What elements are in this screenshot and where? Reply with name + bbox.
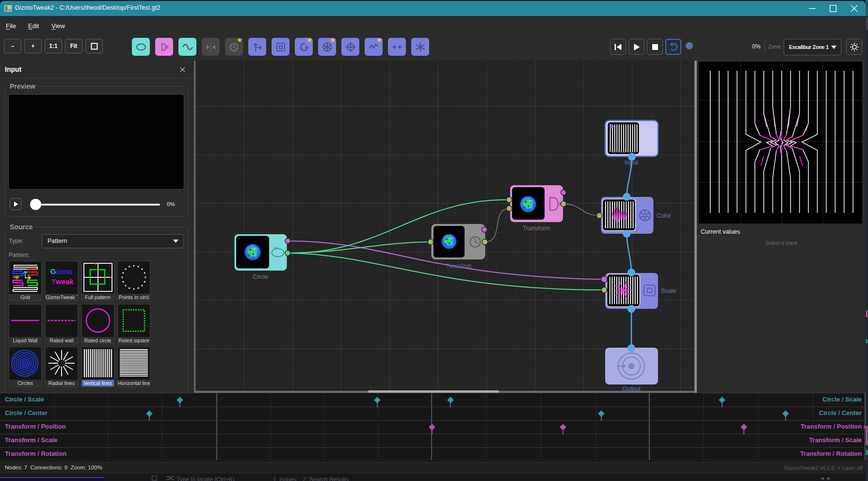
svg-text:izmo: izmo — [56, 267, 73, 275]
svg-text:Transform: Transform — [523, 225, 550, 232]
svg-text:weak: weak — [55, 277, 74, 286]
svg-text:TimeShift: TimeShift — [446, 263, 472, 270]
svg-text:G: G — [50, 267, 56, 275]
svg-text:Circle: Circle — [253, 273, 268, 280]
svg-text:T: T — [51, 277, 56, 286]
svg-text:Color: Color — [657, 212, 671, 219]
svg-text:Scale: Scale — [661, 288, 676, 294]
